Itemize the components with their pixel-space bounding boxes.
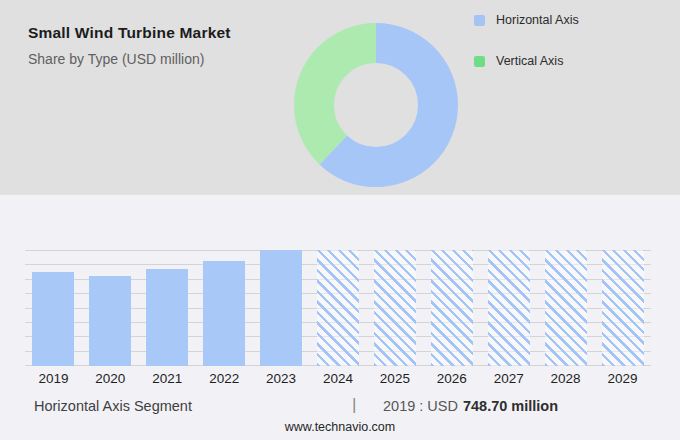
bar-cell-2026 bbox=[423, 250, 480, 366]
x-label-2019: 2019 bbox=[25, 371, 82, 386]
x-label-2029: 2029 bbox=[594, 371, 651, 386]
bar-cell-2027 bbox=[480, 250, 537, 366]
footer-separator: | bbox=[352, 395, 356, 415]
x-label-2025: 2025 bbox=[366, 371, 423, 386]
bar-cell-2028 bbox=[537, 250, 594, 366]
bar-cell-2029 bbox=[594, 250, 651, 366]
bar-2022 bbox=[203, 261, 245, 366]
forecast-bar-2029 bbox=[602, 250, 644, 366]
bar-chart bbox=[25, 250, 651, 366]
legend-swatch-green bbox=[474, 56, 485, 67]
bottom-section: 2019202020212022202320242025202620272028… bbox=[0, 195, 680, 440]
bar-cell-2019 bbox=[25, 250, 82, 366]
bar-2021 bbox=[146, 269, 188, 366]
website-url: www.technavio.com bbox=[0, 420, 680, 434]
bar-cell-2022 bbox=[196, 250, 253, 366]
top-section: Small Wind Turbine Market Share by Type … bbox=[0, 0, 680, 195]
x-label-2021: 2021 bbox=[139, 371, 196, 386]
bar-cell-2020 bbox=[82, 250, 139, 366]
year-value-amount: 748.70 million bbox=[463, 398, 558, 414]
bar-cell-2021 bbox=[139, 250, 196, 366]
forecast-bar-2025 bbox=[374, 250, 416, 366]
donut-chart bbox=[294, 23, 458, 187]
page-subtitle: Share by Type (USD million) bbox=[28, 51, 204, 67]
legend-item-vertical-axis: Vertical Axis bbox=[474, 54, 579, 68]
year-value-prefix: 2019 : USD bbox=[383, 398, 458, 414]
bar-cell-2023 bbox=[253, 250, 310, 366]
donut-legend: Horizontal Axis Vertical Axis bbox=[474, 13, 579, 68]
x-label-2028: 2028 bbox=[537, 371, 594, 386]
forecast-bar-2028 bbox=[545, 250, 587, 366]
forecast-bar-2024 bbox=[317, 250, 359, 366]
legend-label-vertical-axis: Vertical Axis bbox=[496, 54, 563, 68]
bars-row bbox=[25, 250, 651, 366]
x-label-2026: 2026 bbox=[423, 371, 480, 386]
legend-item-horizontal-axis: Horizontal Axis bbox=[474, 13, 579, 27]
bar-2019 bbox=[32, 272, 74, 366]
x-label-2020: 2020 bbox=[82, 371, 139, 386]
x-label-2027: 2027 bbox=[480, 371, 537, 386]
legend-label-horizontal-axis: Horizontal Axis bbox=[496, 13, 579, 27]
legend-swatch-blue bbox=[474, 15, 485, 26]
bar-2023 bbox=[260, 250, 302, 366]
x-label-2023: 2023 bbox=[253, 371, 310, 386]
page-title: Small Wind Turbine Market bbox=[28, 24, 231, 42]
bar-cell-2025 bbox=[366, 250, 423, 366]
bar-cell-2024 bbox=[310, 250, 367, 366]
forecast-bar-2027 bbox=[488, 250, 530, 366]
bar-2020 bbox=[89, 276, 131, 366]
forecast-bar-2026 bbox=[431, 250, 473, 366]
x-label-2022: 2022 bbox=[196, 371, 253, 386]
segment-label: Horizontal Axis Segment bbox=[34, 398, 192, 414]
x-axis-labels: 2019202020212022202320242025202620272028… bbox=[25, 371, 651, 386]
year-value: 2019 : USD748.70 million bbox=[383, 398, 558, 414]
infographic: Small Wind Turbine Market Share by Type … bbox=[0, 0, 680, 440]
x-label-2024: 2024 bbox=[310, 371, 367, 386]
